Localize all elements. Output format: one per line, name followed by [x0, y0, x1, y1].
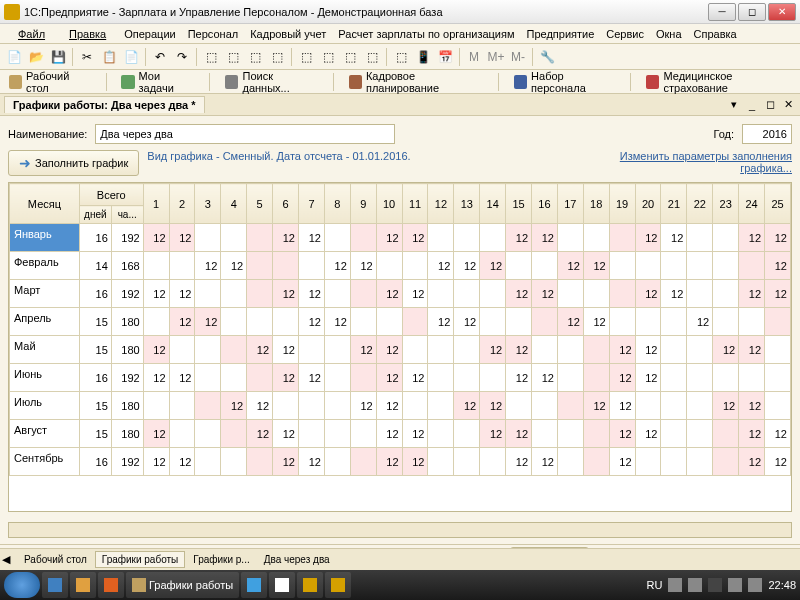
day-cell[interactable] [532, 252, 558, 280]
day-cell[interactable]: 12 [376, 336, 402, 364]
day-cell[interactable] [247, 308, 273, 336]
day-cell[interactable] [299, 392, 325, 420]
day-cell[interactable] [143, 252, 169, 280]
day-cell[interactable] [765, 336, 791, 364]
menu-service[interactable]: Сервис [600, 28, 650, 40]
paste-icon[interactable]: 📄 [121, 47, 141, 67]
day-cell[interactable]: 12 [169, 364, 195, 392]
tool6-icon[interactable]: ⬚ [318, 47, 338, 67]
day-cell[interactable] [169, 336, 195, 364]
month-cell[interactable]: Сентябрь [10, 448, 80, 476]
day-cell[interactable]: 12 [583, 308, 609, 336]
taskbar-1c2[interactable] [297, 572, 323, 598]
month-cell[interactable]: Март [10, 280, 80, 308]
net-icon[interactable] [748, 578, 762, 592]
day-cell[interactable] [195, 364, 221, 392]
day-cell[interactable]: 12 [739, 420, 765, 448]
day-cell[interactable]: 12 [169, 224, 195, 252]
day-cell[interactable] [221, 224, 247, 252]
day-cell[interactable] [195, 448, 221, 476]
day-cell[interactable]: 12 [506, 224, 532, 252]
wrench-icon[interactable]: 🔧 [537, 47, 557, 67]
day-cell[interactable] [661, 392, 687, 420]
nav-planning[interactable]: Кадровое планирование [344, 67, 488, 97]
active-tab[interactable]: Графики работы: Два через два * [4, 96, 205, 113]
start-button[interactable] [4, 572, 40, 598]
day-cell[interactable]: 12 [532, 364, 558, 392]
day-cell[interactable]: 12 [376, 280, 402, 308]
day-cell[interactable] [169, 392, 195, 420]
day-cell[interactable] [687, 336, 713, 364]
day-cell[interactable] [532, 308, 558, 336]
day-cell[interactable] [454, 280, 480, 308]
day-cell[interactable]: 12 [273, 364, 299, 392]
mminus-icon[interactable]: M- [508, 47, 528, 67]
month-cell[interactable]: Август [10, 420, 80, 448]
day-cell[interactable]: 12 [143, 336, 169, 364]
day-cell[interactable]: 12 [765, 252, 791, 280]
day-cell[interactable] [480, 308, 506, 336]
tool3-icon[interactable]: ⬚ [245, 47, 265, 67]
day-cell[interactable] [454, 448, 480, 476]
day-cell[interactable]: 12 [376, 364, 402, 392]
nav-desktop[interactable]: Рабочий стол [4, 67, 96, 97]
day-cell[interactable] [635, 392, 661, 420]
tab-close-icon[interactable]: ✕ [780, 97, 796, 113]
day-cell[interactable] [480, 448, 506, 476]
schedule-table[interactable]: МесяцВсего123456789101112131415161718192… [8, 182, 792, 512]
clock[interactable]: 22:48 [768, 579, 796, 591]
day-cell[interactable]: 12 [765, 420, 791, 448]
day-cell[interactable] [557, 392, 583, 420]
m-icon[interactable]: M [464, 47, 484, 67]
day-cell[interactable]: 12 [376, 392, 402, 420]
day-cell[interactable] [299, 420, 325, 448]
taskbar-folder[interactable] [70, 572, 96, 598]
tab-dropdown-icon[interactable]: ▾ [726, 97, 742, 113]
day-cell[interactable] [532, 420, 558, 448]
day-cell[interactable] [557, 448, 583, 476]
day-cell[interactable]: 12 [635, 224, 661, 252]
day-cell[interactable] [687, 280, 713, 308]
cut-icon[interactable]: ✂ [77, 47, 97, 67]
tab-new-icon[interactable]: _ [744, 97, 760, 113]
tab-max-icon[interactable]: ◻ [762, 97, 778, 113]
minimize-button[interactable]: ─ [708, 3, 736, 21]
day-cell[interactable]: 12 [247, 336, 273, 364]
day-cell[interactable] [661, 448, 687, 476]
day-cell[interactable] [350, 280, 376, 308]
day-cell[interactable] [454, 420, 480, 448]
taskbar-1c1[interactable]: Графики работы [126, 572, 239, 598]
day-cell[interactable] [583, 336, 609, 364]
day-cell[interactable]: 12 [739, 392, 765, 420]
day-cell[interactable] [428, 392, 454, 420]
day-cell[interactable]: 12 [402, 448, 428, 476]
day-cell[interactable] [221, 308, 247, 336]
day-cell[interactable]: 12 [532, 224, 558, 252]
day-cell[interactable]: 12 [273, 448, 299, 476]
nav-search[interactable]: Поиск данных... [220, 67, 323, 97]
day-cell[interactable] [247, 224, 273, 252]
day-cell[interactable] [506, 392, 532, 420]
menu-windows[interactable]: Окна [650, 28, 688, 40]
day-cell[interactable] [739, 364, 765, 392]
menu-operations[interactable]: Операции [118, 28, 181, 40]
open-icon[interactable]: 📂 [26, 47, 46, 67]
day-cell[interactable] [402, 392, 428, 420]
wtab-desktop[interactable]: Рабочий стол [18, 552, 93, 567]
day-cell[interactable] [661, 364, 687, 392]
day-cell[interactable] [687, 224, 713, 252]
menu-help[interactable]: Справка [688, 28, 743, 40]
day-cell[interactable]: 12 [143, 420, 169, 448]
day-cell[interactable] [350, 420, 376, 448]
day-cell[interactable]: 12 [765, 448, 791, 476]
day-cell[interactable]: 12 [143, 448, 169, 476]
day-cell[interactable] [402, 336, 428, 364]
day-cell[interactable] [195, 420, 221, 448]
day-cell[interactable] [169, 420, 195, 448]
day-cell[interactable] [376, 308, 402, 336]
day-cell[interactable]: 12 [506, 364, 532, 392]
day-cell[interactable]: 12 [299, 364, 325, 392]
day-cell[interactable] [273, 252, 299, 280]
menu-edit[interactable]: Правка [57, 28, 118, 40]
day-cell[interactable] [324, 392, 350, 420]
